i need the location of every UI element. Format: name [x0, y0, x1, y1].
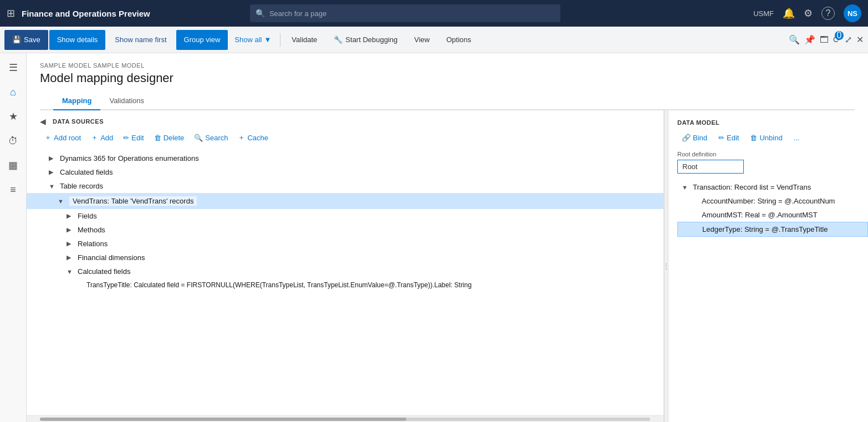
bind-button[interactable]: 🔗 Bind	[677, 131, 712, 144]
tree-label-fields: Fields	[78, 212, 97, 220]
sidebar-item-home[interactable]: ⌂	[3, 82, 23, 102]
edit-dm-button[interactable]: ✏ Edit	[714, 131, 743, 144]
show-all-button[interactable]: Show all ▼	[229, 35, 277, 44]
toolbar-search-icon[interactable]: 🔍	[789, 34, 800, 45]
toolbar-close-icon[interactable]: ✕	[856, 34, 864, 45]
view-button[interactable]: View	[406, 30, 437, 50]
toolbar-expand-icon[interactable]: ⤢	[845, 34, 852, 45]
toolbar-panel-icon[interactable]: 🗔	[820, 35, 829, 45]
sidebar-item-hamburger[interactable]: ☰	[3, 58, 23, 78]
bind-icon: 🔗	[682, 134, 691, 142]
ds-tree: ▶ Dynamics 365 for Operations enumeratio…	[27, 149, 663, 415]
dm-item-accountnumber[interactable]: AccountNumber: String = @.AccountNum	[677, 194, 868, 208]
tree-item-fields[interactable]: ▶ Fields	[27, 209, 663, 223]
ds-collapse-icon[interactable]: ◀	[40, 117, 46, 126]
validate-button[interactable]: Validate	[284, 30, 325, 50]
search-icon: 🔍	[256, 9, 265, 18]
save-icon: 💾	[12, 35, 21, 44]
toolbar-right-icons: 🔍 📌 🗔 ⟳ 0 ⤢ ✕	[789, 34, 864, 45]
root-definition: Root definition Root	[677, 151, 859, 174]
tab-mapping[interactable]: Mapping	[53, 92, 100, 110]
tab-validations[interactable]: Validations	[100, 92, 153, 110]
tree-item-findims[interactable]: ▶ Financial dimensions	[27, 251, 663, 265]
arrow-calcfields2: ▼	[67, 268, 74, 275]
tree-item-tablerecords[interactable]: ▼ Table records	[27, 179, 663, 193]
sidebar-item-recent[interactable]: ⏱	[3, 131, 23, 151]
top-nav-right: USMF 🔔 ⚙ ? NS	[753, 4, 861, 22]
horizontal-scrollbar[interactable]	[27, 415, 663, 422]
scroll-track	[40, 418, 650, 421]
tree-item-dyn365[interactable]: ▶ Dynamics 365 for Operations enumeratio…	[27, 151, 663, 165]
dm-label-ledgertype: LedgerType: String = @.TransTypeTitle	[702, 225, 828, 233]
tree-item-transtypetitle[interactable]: TransTypeTitle: Calculated field = FIRST…	[27, 278, 663, 292]
tabs: Mapping Validations	[40, 92, 855, 110]
dm-toolbar: 🔗 Bind ✏ Edit 🗑 Unbind ...	[677, 131, 859, 144]
arrow-relations: ▶	[67, 240, 74, 247]
help-icon[interactable]: ?	[821, 7, 835, 20]
panel-divider[interactable]: ⋮	[664, 110, 668, 422]
group-view-button[interactable]: Group view	[176, 30, 228, 50]
tree-label-transtypetitle: TransTypeTitle: Calculated field = FIRST…	[86, 281, 472, 289]
sidebar-item-list[interactable]: ≡	[3, 180, 23, 200]
dm-item-amountmst[interactable]: AmountMST: Real = @.AmountMST	[677, 208, 868, 222]
notification-icon[interactable]: 🔔	[783, 7, 795, 19]
dm-arrow-transaction: ▼	[682, 184, 690, 191]
unbind-button[interactable]: 🗑 Unbind	[746, 131, 787, 144]
tree-item-relations[interactable]: ▶ Relations	[27, 237, 663, 251]
search-input[interactable]	[269, 9, 555, 18]
grid-icon[interactable]: ⊞	[7, 7, 15, 19]
avatar[interactable]: NS	[844, 4, 861, 22]
dm-label-amountmst: AmountMST: Real = @.AmountMST	[702, 211, 818, 219]
tree-label-tablerecords: Table records	[60, 182, 103, 190]
show-details-button[interactable]: Show details	[49, 30, 106, 50]
options-button[interactable]: Options	[438, 30, 479, 50]
ds-section-title: DATA SOURCES	[53, 118, 104, 125]
datasources-panel: ◀ DATA SOURCES ＋ Add root ＋ Add ✏ Ed	[27, 110, 664, 422]
root-def-value: Root	[677, 160, 744, 174]
dm-item-transaction[interactable]: ▼ Transaction: Record list = VendTrans	[677, 180, 868, 194]
toolbar-separator-1	[280, 33, 280, 47]
dm-header: DATA MODEL 🔗 Bind ✏ Edit 🗑 Unbind	[668, 110, 868, 178]
add-root-button[interactable]: ＋ Add root	[40, 130, 85, 145]
dm-item-ledgertype[interactable]: LedgerType: String = @.TransTypeTitle	[677, 222, 868, 237]
show-name-first-button[interactable]: Show name first	[106, 30, 175, 50]
tree-label-dyn365: Dynamics 365 for Operations enumerations	[60, 154, 199, 162]
tree-item-calcfields2[interactable]: ▼ Calculated fields	[27, 265, 663, 278]
tree-label-methods: Methods	[78, 226, 105, 234]
search-box[interactable]: 🔍	[250, 4, 560, 22]
arrow-tablerecords: ▼	[49, 183, 57, 190]
tree-item-calcfields[interactable]: ▶ Calculated fields	[27, 165, 663, 179]
ds-toolbar: ＋ Add root ＋ Add ✏ Edit 🗑 Delete	[27, 126, 663, 149]
top-nav: ⊞ Finance and Operations Preview 🔍 USMF …	[0, 0, 868, 27]
plus-icon: ＋	[44, 133, 52, 143]
sidebar-item-favorites[interactable]: ★	[3, 106, 23, 126]
main-content: SAMPLE MODEL SAMPLE MODEL Model mapping …	[27, 53, 868, 422]
app-title: Finance and Operations Preview	[22, 9, 150, 18]
start-debugging-button[interactable]: 🔧 Start Debugging	[326, 30, 405, 50]
breadcrumb: SAMPLE MODEL SAMPLE MODEL	[40, 62, 855, 69]
datamodel-panel: DATA MODEL 🔗 Bind ✏ Edit 🗑 Unbind	[668, 110, 868, 422]
tree-item-methods[interactable]: ▶ Methods	[27, 223, 663, 237]
split-panel: ◀ DATA SOURCES ＋ Add root ＋ Add ✏ Ed	[27, 110, 868, 422]
arrow-methods: ▶	[67, 226, 74, 233]
toolbar-pin-icon[interactable]: 📌	[804, 34, 815, 45]
debug-icon: 🔧	[334, 35, 343, 44]
more-button[interactable]: ...	[789, 131, 804, 144]
sidebar-item-workspaces[interactable]: ▦	[3, 155, 23, 175]
app-layout: ☰ ⌂ ★ ⏱ ▦ ≡ SAMPLE MODEL SAMPLE MODEL Mo…	[0, 53, 868, 422]
save-button[interactable]: 💾 Save	[4, 30, 48, 50]
cache-button[interactable]: ＋ Cache	[233, 130, 273, 145]
settings-icon[interactable]: ⚙	[804, 7, 813, 19]
chevron-down-icon: ▼	[264, 35, 271, 44]
user-label: USMF	[753, 9, 774, 18]
add-button[interactable]: ＋ Add	[86, 130, 118, 145]
dm-label-transaction: Transaction: Record list = VendTrans	[693, 183, 811, 191]
arrow-calcfields: ▶	[49, 169, 57, 176]
edit-ds-button[interactable]: ✏ Edit	[119, 131, 148, 144]
tree-item-vendtrans[interactable]: ▼ VendTrans: Table 'VendTrans' records	[27, 193, 663, 209]
delete-ds-button[interactable]: 🗑 Delete	[150, 131, 189, 144]
toolbar-badge-btn[interactable]: ⟳ 0	[833, 34, 840, 45]
scroll-thumb	[40, 418, 406, 421]
search-ds-button[interactable]: 🔍 Search	[190, 131, 232, 144]
delete-icon: 🗑	[154, 134, 161, 142]
